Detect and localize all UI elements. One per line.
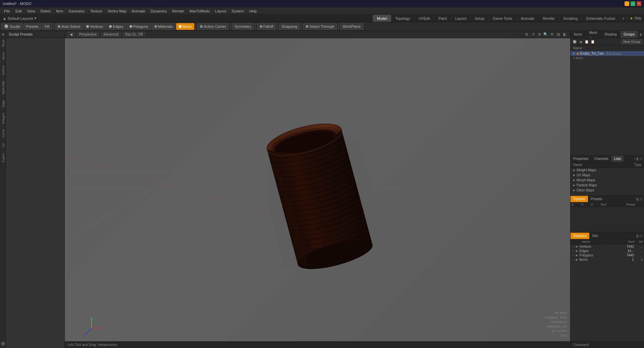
tab-lists[interactable]: Lists [611, 156, 624, 162]
stats-fullscreen-icon[interactable]: ⊡ [640, 234, 643, 238]
left-tab-polygon[interactable]: Polygon [0, 110, 6, 127]
vp-icon-5[interactable]: ⚙ [549, 32, 555, 37]
vp-icon-1[interactable]: ⊞ [524, 32, 529, 37]
tab-mesh-panel[interactable]: Mesh ... [586, 31, 601, 38]
menu-layout[interactable]: Layout [212, 8, 229, 14]
tab-layout[interactable]: Layout [451, 15, 470, 22]
stat-edges[interactable]: + - ▶ Edges 14... ... [571, 249, 644, 253]
action-center-button[interactable]: Action Center [197, 23, 229, 30]
tab-properties[interactable]: Properties [571, 156, 592, 162]
vp-icon-3[interactable]: ⊕ [537, 32, 542, 37]
vp-icon-2[interactable]: ↺ [530, 32, 536, 37]
tab-items-panel[interactable]: Items [571, 31, 586, 38]
lists-expand-icon[interactable]: ◧ [636, 157, 639, 161]
polygons-button[interactable]: Polygons [127, 23, 151, 30]
items-btn-1[interactable]: 🔘 [572, 39, 577, 45]
tab-topology[interactable]: Topology [391, 15, 414, 22]
maximize-button[interactable]: □ [631, 1, 635, 6]
left-tab-deform[interactable]: Deform [0, 62, 6, 78]
stat-items[interactable]: + - ▶ Items 1 0 [571, 257, 644, 262]
tab-statistics[interactable]: Statistics [571, 233, 590, 239]
vp-toggle-btn[interactable]: ◀ [67, 32, 75, 37]
left-tab-meshedit[interactable]: Mesh Edit [0, 78, 6, 97]
menu-texture[interactable]: Texture [88, 8, 105, 14]
tab-pipeline[interactable]: Pipeline [571, 196, 588, 202]
left-tab-curve[interactable]: Curve [0, 126, 6, 140]
tab-schematic[interactable]: Schematic Fusion [582, 15, 620, 22]
tab-animate[interactable]: Animate [517, 15, 539, 22]
left-tab-circle[interactable] [1, 342, 5, 346]
falloff-button[interactable]: Falloff [257, 23, 276, 30]
menu-item[interactable]: Item [53, 8, 66, 14]
canvas[interactable]: X Y Z No Items Polygons : Face Channels:… [65, 38, 570, 348]
stat-edges-dash[interactable]: - [574, 249, 575, 253]
close-button[interactable]: ✕ [637, 1, 641, 6]
left-tab-fusion[interactable]: Fusion [0, 150, 6, 165]
menu-vertexmap[interactable]: Vertex Map [105, 8, 129, 14]
tab-channels[interactable]: Channels [592, 156, 611, 162]
pipeline-expand-icon[interactable]: ◧ [636, 197, 639, 201]
list-other-maps[interactable]: ▶ Other Maps [571, 188, 644, 193]
left-tab-edge[interactable]: Edge [0, 97, 6, 110]
stat-polygons[interactable]: + - ▶ Polygons 7440 ... [571, 253, 644, 257]
vp-advanced-btn[interactable]: Advanced [101, 32, 120, 37]
new-group-button[interactable]: New Group [621, 39, 643, 44]
materials-button[interactable]: Materials [152, 23, 176, 30]
presets-button[interactable]: Presets [23, 23, 41, 30]
tab-gametools[interactable]: Game Tools [489, 15, 517, 22]
vp-raygl-btn[interactable]: Ray GL: Off [123, 32, 145, 37]
menu-edit[interactable]: Edit [13, 8, 24, 14]
tab-presets-panel[interactable]: Presets [588, 196, 605, 202]
menu-file[interactable]: File [1, 8, 13, 14]
vp-icon-4[interactable]: 🔍 [543, 32, 548, 37]
stat-vertices-plus[interactable]: + [572, 245, 574, 248]
items-btn-2[interactable]: ◀ [578, 39, 583, 45]
tab-groups-panel[interactable]: Groups [621, 31, 639, 38]
tab-scripting[interactable]: Scripting [559, 15, 582, 22]
panel-expand-icon[interactable]: ◧ [640, 33, 643, 36]
list-morph-maps[interactable]: ▶ Morph Maps [571, 178, 644, 183]
minimize-button[interactable]: ─ [625, 1, 629, 6]
stats-expand-icon[interactable]: ◧ [636, 234, 639, 238]
stat-polygons-plus[interactable]: + [572, 254, 574, 257]
vp-icon-6[interactable]: ▤ [556, 32, 561, 37]
stat-items-dash[interactable]: - [574, 258, 575, 262]
vertices-button[interactable]: Vertices [84, 23, 106, 30]
menu-render[interactable]: Render [169, 8, 187, 14]
list-weight-maps[interactable]: ▶ Weight Maps [571, 168, 644, 173]
auto-select-button[interactable]: Auto Select [55, 23, 83, 30]
tab-model[interactable]: Model [373, 15, 391, 22]
tab-uvedit[interactable]: UVEdit [414, 15, 434, 22]
menu-geometry[interactable]: Geometry [66, 8, 87, 14]
left-tab-basic[interactable]: Basic [0, 36, 6, 49]
tab-paint[interactable]: Paint [434, 15, 451, 22]
left-tab-items[interactable]: Items [0, 49, 6, 62]
vp-icon-7[interactable]: ◧ [562, 32, 567, 37]
edges-button[interactable]: Edges [106, 23, 126, 30]
left-tab-icon-1[interactable]: ◀ [0, 32, 6, 36]
menu-view[interactable]: View [24, 8, 38, 14]
left-tab-uv[interactable]: UV [0, 140, 6, 150]
stat-edges-plus[interactable]: + [572, 249, 574, 253]
stat-vertices[interactable]: + - ▶ Vertices 7442 ... [571, 244, 644, 249]
symmetry-button[interactable]: Symmetry [232, 23, 254, 30]
stat-polygons-dash[interactable]: - [574, 254, 575, 257]
menu-select[interactable]: Select [38, 8, 53, 14]
items-btn-3[interactable]: 📋 [584, 39, 589, 45]
command-input[interactable] [590, 343, 641, 347]
only-label[interactable]: Only [634, 16, 641, 20]
add-tab-button[interactable]: + [620, 15, 627, 22]
menu-system[interactable]: System [229, 8, 247, 14]
list-uv-maps[interactable]: ▶ UV Maps [571, 173, 644, 178]
pipeline-fullscreen-icon[interactable]: ⊡ [640, 197, 643, 201]
tab-setup[interactable]: Setup [471, 15, 489, 22]
sculpt-button[interactable]: 🔘 Sculpt [1, 23, 23, 30]
menu-dynamics[interactable]: Dynamics [148, 8, 169, 14]
layout-selector[interactable]: ▲ Default Layouts ▾ [0, 15, 40, 22]
menu-maxtomodo[interactable]: MaxToModo [187, 8, 212, 14]
fill-button[interactable]: Fill [42, 23, 52, 30]
viewport[interactable]: ◀ Perspective Advanced Ray GL: Off ⊞ ↺ ⊕… [65, 31, 570, 348]
vp-perspective-btn[interactable]: Perspective [77, 32, 99, 37]
tab-info[interactable]: Info [590, 233, 601, 239]
items-button[interactable]: Items [176, 23, 194, 30]
